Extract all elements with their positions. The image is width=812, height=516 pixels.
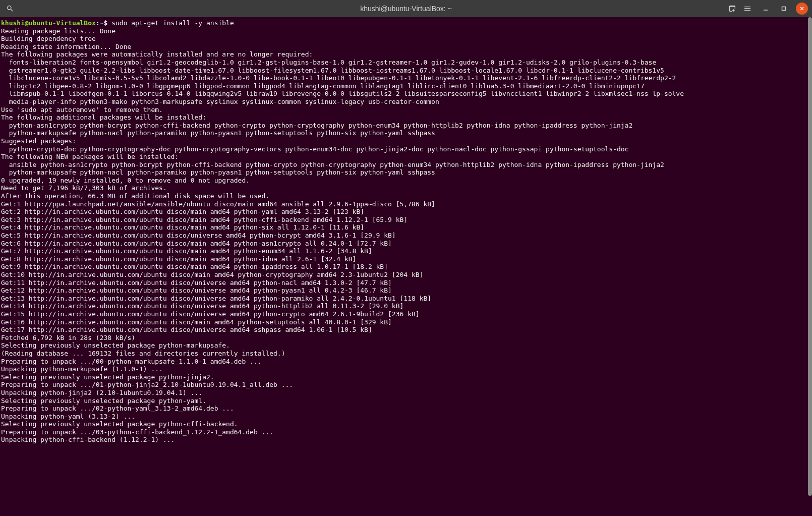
terminal-output-line: Use 'sudo apt autoremove' to remove them… xyxy=(1,106,807,114)
terminal-output-line: Get:8 http://in.archive.ubuntu.com/ubunt… xyxy=(1,255,807,263)
terminal-output-line: python-asn1crypto python-bcrypt python-c… xyxy=(1,122,807,130)
terminal-output-line: Get:15 http://in.archive.ubuntu.com/ubun… xyxy=(1,310,807,318)
terminal-output-line: Get:7 http://in.archive.ubuntu.com/ubunt… xyxy=(1,247,807,255)
terminal-output-line: Suggested packages: xyxy=(1,137,807,145)
terminal-output-line: Preparing to unpack .../02-python-yaml_3… xyxy=(1,405,807,413)
terminal-output-line: After this operation, 66.3 MB of additio… xyxy=(1,192,807,200)
prompt-line: khushi@ubuntu-VirtualBox:~$ sudo apt-get… xyxy=(1,19,807,27)
terminal-output-line: Selecting previously unselected package … xyxy=(1,341,807,350)
terminal-output-line: Get:3 http://in.archive.ubuntu.com/ubunt… xyxy=(1,216,807,224)
hamburger-menu-icon[interactable] xyxy=(741,3,753,15)
terminal-output-line: Need to get 7,196 kB/7,303 kB of archive… xyxy=(1,184,807,192)
terminal-output-line: Unpacking python-markupsafe (1.1.0-1) ..… xyxy=(1,365,807,373)
terminal-output-line: ansible python-asn1crypto python-bcrypt … xyxy=(1,161,807,169)
terminal-output-line: Get:17 http://in.archive.ubuntu.com/ubun… xyxy=(1,326,807,334)
svg-rect-1 xyxy=(782,7,786,11)
terminal-output-line: Unpacking python-jinja2 (2.10-1ubuntu0.1… xyxy=(1,389,807,397)
terminal-output-line: Preparing to unpack .../01-python-jinja2… xyxy=(1,381,807,389)
maximize-button[interactable] xyxy=(778,3,790,15)
terminal-output-line: Get:12 http://in.archive.ubuntu.com/ubun… xyxy=(1,286,807,295)
close-button[interactable] xyxy=(796,3,808,15)
terminal-output-line: python-markupsafe python-nacl python-par… xyxy=(1,168,807,177)
terminal-output-line: The following additional packages will b… xyxy=(1,113,807,122)
terminal-output-line: The following NEW packages will be insta… xyxy=(1,153,807,161)
terminal-output-line: Building dependency tree xyxy=(1,35,807,43)
terminal-output-line: Unpacking python-yaml (3.13-2) ... xyxy=(1,413,807,421)
terminal-output-line: Get:13 http://in.archive.ubuntu.com/ubun… xyxy=(1,295,807,303)
terminal-output-line: Reading package lists... Done xyxy=(1,27,807,35)
terminal-output-line: (Reading database ... 169132 files and d… xyxy=(1,350,807,358)
terminal-output-line: Get:9 http://in.archive.ubuntu.com/ubunt… xyxy=(1,263,807,271)
terminal-output-line: Get:4 http://in.archive.ubuntu.com/ubunt… xyxy=(1,223,807,232)
terminal-output-line: Get:5 http://in.archive.ubuntu.com/ubunt… xyxy=(1,232,807,240)
terminal-output-line: Selecting previously unselected package … xyxy=(1,373,807,381)
minimize-button[interactable] xyxy=(760,3,772,15)
terminal-output-line: Selecting previously unselected package … xyxy=(1,397,807,405)
prompt-sep: : xyxy=(96,19,100,27)
new-tab-icon[interactable] xyxy=(726,3,738,15)
prompt-dollar: $ xyxy=(104,19,112,27)
terminal-output-line: media-player-info python3-mako python3-m… xyxy=(1,98,807,106)
terminal-area[interactable]: khushi@ubuntu-VirtualBox:~$ sudo apt-get… xyxy=(0,17,812,516)
terminal-output-line: Get:16 http://in.archive.ubuntu.com/ubun… xyxy=(1,318,807,326)
terminal-output-line: gstreamer1.0-gtk3 guile-2.2-libs libboos… xyxy=(1,67,807,75)
terminal-output-line: Get:1 http://ppa.launchpad.net/ansible/a… xyxy=(1,200,807,208)
terminal-output-line: libmspub-0.1-1 libodfgen-0.1-1 liborcus-… xyxy=(1,90,807,98)
terminal-output-line: libclucene-core1v5 libcmis-0.5-5v5 libco… xyxy=(1,74,807,82)
terminal-output-line: python-markupsafe python-nacl python-par… xyxy=(1,129,807,137)
terminal-output-line: Get:14 http://in.archive.ubuntu.com/ubun… xyxy=(1,302,807,310)
terminal-output-line: Fetched 6,792 kB in 28s (238 kB/s) xyxy=(1,334,807,342)
terminal-output-line: The following packages were automaticall… xyxy=(1,50,807,59)
scrollbar-thumb[interactable] xyxy=(808,17,812,496)
terminal-output-line: Preparing to unpack .../00-python-markup… xyxy=(1,358,807,366)
titlebar: khushi@ubuntu-VirtualBox: ~ xyxy=(0,0,812,17)
terminal-output-line: Get:11 http://in.archive.ubuntu.com/ubun… xyxy=(1,279,807,287)
search-icon[interactable] xyxy=(4,3,16,15)
terminal-output-line: Reading state information... Done xyxy=(1,43,807,51)
command: sudo apt-get install -y ansible xyxy=(111,19,234,27)
window-title: khushi@ubuntu-VirtualBox: ~ xyxy=(360,5,452,13)
prompt-userhost: khushi@ubuntu-VirtualBox xyxy=(1,19,96,27)
terminal-output-line: libgc1c2 libgee-0.8-2 libgom-1.0-0 libgp… xyxy=(1,82,807,90)
terminal-output-line: Preparing to unpack .../03-python-cffi-b… xyxy=(1,428,807,436)
terminal-output-line: Get:10 http://in.archive.ubuntu.com/ubun… xyxy=(1,271,807,279)
terminal-output-line: Selecting previously unselected package … xyxy=(1,420,807,428)
terminal-output-line: python-crypto-doc python-cryptography-do… xyxy=(1,145,807,153)
terminal-output-line: Get:6 http://in.archive.ubuntu.com/ubunt… xyxy=(1,240,807,248)
terminal-output-line: fonts-liberation2 fonts-opensymbol gir1.… xyxy=(1,59,807,67)
prompt-path: ~ xyxy=(100,19,104,27)
terminal-output-line: 0 upgraded, 19 newly installed, 0 to rem… xyxy=(1,177,807,185)
terminal-output-line: Unpacking python-cffi-backend (1.12.2-1)… xyxy=(1,436,807,444)
scrollbar[interactable] xyxy=(808,17,812,516)
terminal-output-line: Get:2 http://in.archive.ubuntu.com/ubunt… xyxy=(1,208,807,216)
